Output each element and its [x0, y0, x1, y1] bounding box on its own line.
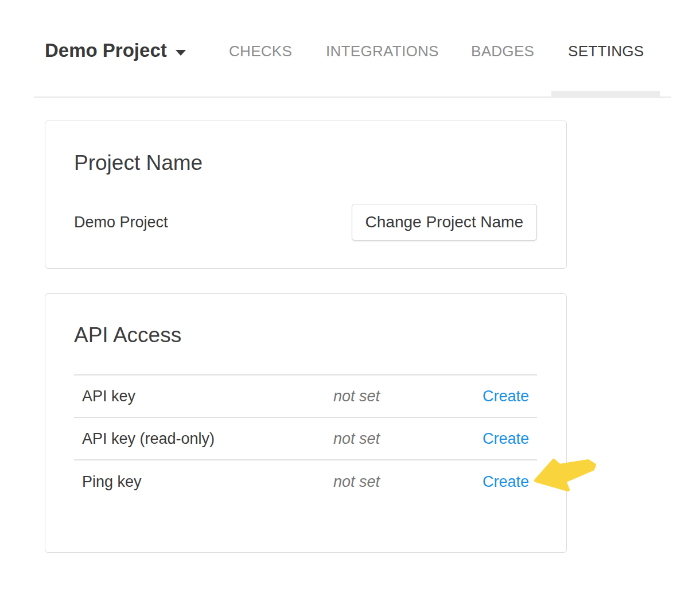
table-row-api-key-readonly: API key (read-only) not set Create — [74, 418, 537, 460]
row-label: Ping key — [74, 473, 333, 491]
header-divider — [34, 96, 671, 98]
project-name-card: Project Name Demo Project Change Project… — [45, 121, 567, 269]
project-name-card-title: Project Name — [74, 152, 203, 173]
row-value: not set — [333, 473, 483, 491]
row-value: not set — [333, 388, 483, 405]
caret-down-icon — [176, 50, 186, 56]
tab-integrations[interactable]: INTEGRATIONS — [326, 44, 439, 59]
api-keys-table: API key not set Create API key (read-onl… — [74, 374, 537, 503]
settings-page: Demo Project CHECKS INTEGRATIONS BADGES … — [0, 0, 700, 608]
change-project-name-button[interactable]: Change Project Name — [352, 204, 537, 241]
current-project-name: Demo Project — [74, 214, 168, 231]
tab-checks[interactable]: CHECKS — [229, 44, 292, 59]
create-readonly-api-key-link[interactable]: Create — [483, 430, 529, 447]
api-access-card: API Access API key not set Create API ke… — [45, 293, 567, 553]
api-access-card-title: API Access — [74, 324, 181, 346]
create-ping-key-link[interactable]: Create — [483, 473, 529, 490]
project-switcher[interactable]: Demo Project — [45, 41, 186, 60]
table-row-ping-key: Ping key not set Create — [74, 460, 537, 503]
row-label: API key — [74, 388, 333, 405]
row-label: API key (read-only) — [74, 430, 333, 448]
tab-badges[interactable]: BADGES — [471, 44, 534, 59]
table-row-api-key: API key not set Create — [74, 375, 537, 418]
tab-settings[interactable]: SETTINGS — [568, 44, 644, 59]
row-value: not set — [333, 430, 483, 448]
create-api-key-link[interactable]: Create — [483, 388, 529, 405]
project-name-row: Demo Project Change Project Name — [74, 204, 537, 241]
page-title: Demo Project — [45, 41, 167, 60]
